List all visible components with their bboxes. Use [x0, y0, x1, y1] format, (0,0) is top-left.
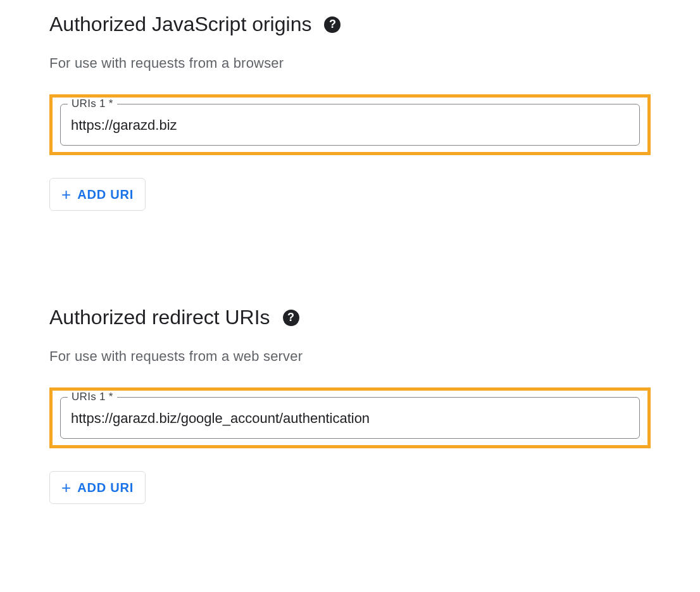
redirect-uris-title: Authorized redirect URIs — [49, 306, 270, 329]
js-origins-highlight: URIs 1 * — [49, 94, 651, 155]
js-origins-uri-input[interactable] — [60, 104, 640, 146]
redirect-uris-field-label: URIs 1 * — [68, 391, 117, 403]
js-origins-header: Authorized JavaScript origins ? — [49, 13, 651, 36]
redirect-uris-highlight: URIs 1 * — [49, 387, 651, 448]
redirect-uris-uri-input[interactable] — [60, 397, 640, 439]
plus-icon: + — [61, 479, 71, 496]
js-origins-description: For use with requests from a browser — [49, 55, 651, 72]
redirect-uris-header: Authorized redirect URIs ? — [49, 306, 651, 329]
plus-icon: + — [61, 186, 71, 203]
add-uri-button[interactable]: + ADD URI — [49, 178, 146, 211]
add-uri-button[interactable]: + ADD URI — [49, 471, 146, 504]
js-origins-field-wrapper: URIs 1 * — [60, 104, 640, 146]
add-uri-label: ADD URI — [77, 481, 134, 495]
js-origins-section: Authorized JavaScript origins ? For use … — [49, 13, 651, 211]
js-origins-field-label: URIs 1 * — [68, 98, 117, 110]
help-icon[interactable]: ? — [283, 310, 299, 326]
redirect-uris-description: For use with requests from a web server — [49, 348, 651, 365]
redirect-uris-field-wrapper: URIs 1 * — [60, 397, 640, 439]
add-uri-label: ADD URI — [77, 187, 134, 202]
redirect-uris-section: Authorized redirect URIs ? For use with … — [49, 306, 651, 504]
js-origins-title: Authorized JavaScript origins — [49, 13, 311, 36]
help-icon[interactable]: ? — [324, 16, 341, 33]
